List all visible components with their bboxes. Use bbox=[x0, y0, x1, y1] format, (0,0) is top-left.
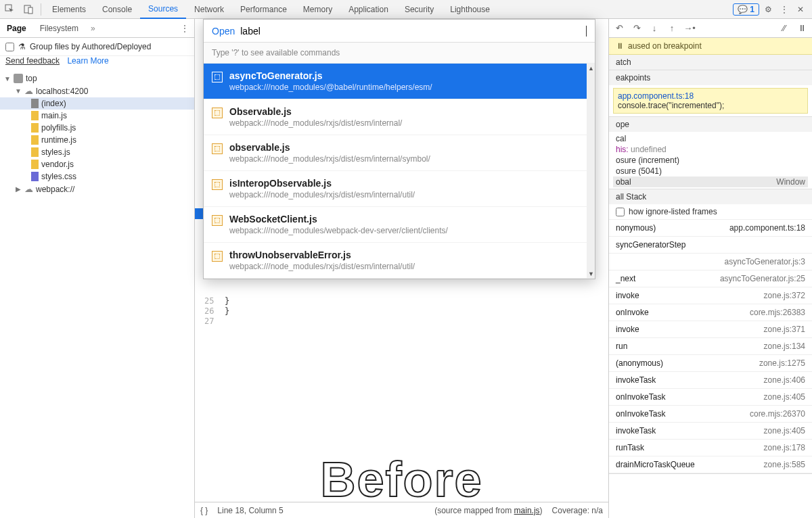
result-row[interactable]: observable.js webpack:///node_modules/rx… bbox=[204, 135, 595, 171]
result-path: webpack:///node_modules/rxjs/dist/esm/in… bbox=[229, 262, 415, 271]
tree-file-runtime[interactable]: runtime.js bbox=[0, 134, 194, 146]
tab-security[interactable]: Security bbox=[397, 0, 442, 19]
cloud-icon bbox=[24, 184, 33, 194]
stack-frame[interactable]: runTaskzone.js:178 bbox=[609, 440, 812, 456]
group-files-checkbox[interactable] bbox=[5, 43, 14, 51]
inspect-icon[interactable] bbox=[0, 0, 19, 19]
tree-webpack[interactable]: ▶webpack:// bbox=[0, 183, 194, 195]
scope-closure-1[interactable]: osure (increment) bbox=[613, 155, 808, 166]
scroll-down-icon[interactable]: ▼ bbox=[588, 270, 594, 277]
tree-file-styles-js[interactable]: styles.js bbox=[0, 146, 194, 158]
frame-location: zone.js:1275 bbox=[759, 358, 805, 368]
paused-text: aused on breakpoint bbox=[628, 41, 702, 51]
stack-frame[interactable]: _nextasyncToGenerator.js:25 bbox=[609, 270, 812, 287]
breakpoint-entry[interactable]: app.component.ts:18 console.trace("incre… bbox=[613, 88, 808, 114]
tab-application[interactable]: Application bbox=[340, 0, 397, 19]
frame-function: onInvokeTask bbox=[616, 409, 665, 419]
execution-line-marker bbox=[195, 208, 203, 219]
tree-file-main[interactable]: main.js bbox=[0, 110, 194, 122]
tree-file-vendor[interactable]: vendor.js bbox=[0, 158, 194, 170]
tab-sources[interactable]: Sources bbox=[140, 0, 186, 19]
tab-console[interactable]: Console bbox=[94, 0, 140, 19]
open-label: Open bbox=[212, 26, 235, 37]
step-out-icon[interactable]: ↑ bbox=[666, 22, 678, 34]
result-row[interactable]: isInteropObservable.js webpack:///node_m… bbox=[204, 171, 595, 207]
tab-network[interactable]: Network bbox=[186, 0, 232, 19]
deactivate-breakpoints-icon[interactable]: ⁄⁄ bbox=[778, 22, 790, 34]
settings-icon[interactable]: ⚙ bbox=[761, 2, 775, 17]
tab-page[interactable]: Page bbox=[0, 19, 33, 38]
stack-frame[interactable]: asyncToGenerator.js:3 bbox=[609, 254, 812, 270]
resume-icon[interactable]: ↶ bbox=[613, 22, 625, 34]
debugger-toolbar: ↶ ↷ ↓ ↑ →• ⁄⁄ ⏸ bbox=[609, 19, 812, 38]
stack-frame[interactable]: onInvokecore.mjs:26383 bbox=[609, 304, 812, 321]
coverage-info: Coverage: n/a bbox=[552, 506, 603, 515]
result-row[interactable]: asyncToGenerator.js webpack:///node_modu… bbox=[204, 64, 595, 99]
ignore-listed-checkbox[interactable] bbox=[616, 208, 625, 216]
stack-frame[interactable]: (anonymous)zone.js:1275 bbox=[609, 355, 812, 372]
tree-file-styles-css[interactable]: styles.css bbox=[0, 170, 194, 183]
frame-location: core.mjs:26383 bbox=[750, 308, 805, 317]
scroll-up-icon[interactable]: ▲ bbox=[588, 65, 594, 72]
stack-frame[interactable]: invokeTaskzone.js:406 bbox=[609, 372, 812, 389]
open-file-input[interactable] bbox=[240, 26, 587, 37]
pause-exceptions-icon[interactable]: ⏸ bbox=[796, 22, 808, 34]
tree-top[interactable]: ▼top bbox=[0, 72, 194, 85]
section-header[interactable]: all Stack bbox=[609, 189, 812, 204]
navigator-menu-icon[interactable]: ⋮ bbox=[175, 24, 194, 33]
result-row[interactable]: throwUnobservableError.js webpack:///nod… bbox=[204, 243, 595, 279]
section-header[interactable]: eakpoints bbox=[609, 70, 812, 85]
ignore-listed-toggle[interactable]: how ignore-listed frames bbox=[609, 204, 812, 220]
pretty-print-icon[interactable]: { } bbox=[200, 506, 208, 515]
result-name: Observable.js bbox=[229, 106, 402, 117]
stack-frame[interactable]: runzone.js:134 bbox=[609, 338, 812, 355]
js-file-icon bbox=[31, 111, 39, 120]
stack-frame[interactable]: drainMicroTaskQueuezone.js:585 bbox=[609, 456, 812, 473]
stack-frame[interactable]: onInvokeTaskcore.mjs:26370 bbox=[609, 406, 812, 423]
result-row[interactable]: Observable.js webpack:///node_modules/rx… bbox=[204, 99, 595, 135]
scope-closure-2[interactable]: osure (5041) bbox=[613, 166, 808, 176]
scope-local[interactable]: cal bbox=[613, 133, 808, 144]
section-header[interactable]: atch bbox=[609, 55, 812, 70]
result-row[interactable]: WebSocketClient.js webpack:///node_modul… bbox=[204, 207, 595, 243]
tree-file-polyfills[interactable]: polyfills.js bbox=[0, 122, 194, 134]
breakpoint-location[interactable]: app.component.ts:18 bbox=[618, 91, 803, 101]
more-icon[interactable]: ⋮ bbox=[777, 2, 792, 17]
more-tabs-icon[interactable]: » bbox=[85, 24, 101, 33]
section-header[interactable]: ope bbox=[609, 117, 812, 132]
stack-frame[interactable]: invokeTaskzone.js:405 bbox=[609, 423, 812, 440]
stack-frame[interactable]: onInvokeTaskzone.js:405 bbox=[609, 389, 812, 406]
messages-badge[interactable]: 💬 1 bbox=[733, 3, 759, 16]
close-icon[interactable]: ✕ bbox=[793, 2, 808, 17]
device-toggle-icon[interactable] bbox=[19, 0, 38, 19]
tree-label: polyfills.js bbox=[41, 123, 76, 133]
learn-more-link[interactable]: Learn More bbox=[67, 56, 108, 66]
stack-frame[interactable]: invokezone.js:372 bbox=[609, 287, 812, 304]
separator bbox=[41, 3, 41, 16]
tab-memory[interactable]: Memory bbox=[295, 0, 340, 19]
source-map-link[interactable]: main.js bbox=[514, 506, 540, 515]
tab-lighthouse[interactable]: Lighthouse bbox=[442, 0, 498, 19]
scope-global[interactable]: obalWindow bbox=[613, 176, 808, 187]
step-into-icon[interactable]: ↓ bbox=[648, 22, 660, 34]
tree-host[interactable]: ▼localhost:4200 bbox=[0, 85, 194, 97]
tab-elements[interactable]: Elements bbox=[44, 0, 94, 19]
tab-filesystem[interactable]: Filesystem bbox=[33, 19, 85, 38]
stack-frame[interactable]: invokezone.js:371 bbox=[609, 321, 812, 338]
breakpoints-section: eakpoints app.component.ts:18 console.tr… bbox=[609, 70, 812, 117]
tab-performance[interactable]: Performance bbox=[232, 0, 295, 19]
scrollbar[interactable]: ▲ ▼ bbox=[587, 64, 595, 279]
stack-frame[interactable]: nonymous)app.component.ts:18 bbox=[609, 220, 812, 237]
code-editor[interactable]: 25 } 26 } 27 Before Open Type '?' to see… bbox=[195, 19, 608, 502]
send-feedback-link[interactable]: Send feedback bbox=[5, 56, 60, 66]
tree-file-index[interactable]: (index) bbox=[0, 97, 194, 110]
flask-icon: ⚗ bbox=[18, 42, 26, 51]
stack-frame[interactable]: syncGeneratorStep bbox=[609, 237, 812, 254]
scope-this[interactable]: his: undefined bbox=[613, 144, 808, 155]
watch-section[interactable]: atch bbox=[609, 55, 812, 70]
step-icon[interactable]: →• bbox=[683, 22, 696, 34]
frame-location: app.component.ts:18 bbox=[729, 223, 805, 233]
step-over-icon[interactable]: ↷ bbox=[631, 22, 643, 34]
frame-function: onInvoke bbox=[616, 308, 649, 317]
editor-panel: 25 } 26 } 27 Before Open Type '?' to see… bbox=[195, 19, 609, 518]
